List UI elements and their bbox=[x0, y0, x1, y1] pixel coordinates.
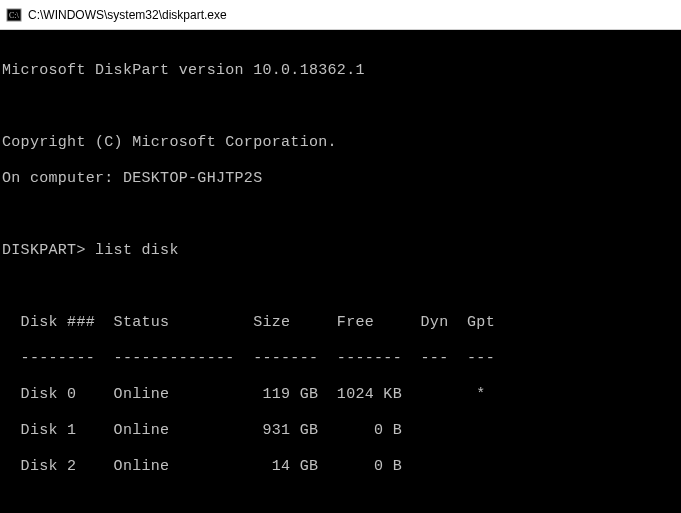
prompt-list-disk: DISKPART> list disk bbox=[2, 242, 679, 260]
table-row: Disk 2 Online 14 GB 0 B bbox=[2, 458, 679, 476]
blank-line bbox=[2, 494, 679, 512]
blank-line bbox=[2, 206, 679, 224]
computer-line: On computer: DESKTOP-GHJTP2S bbox=[2, 170, 679, 188]
blank-line bbox=[2, 278, 679, 296]
blank-line bbox=[2, 98, 679, 116]
terminal-body[interactable]: Microsoft DiskPart version 10.0.18362.1 … bbox=[0, 30, 681, 513]
table-header: Disk ### Status Size Free Dyn Gpt bbox=[2, 314, 679, 332]
svg-text:C:\: C:\ bbox=[9, 11, 20, 20]
window-title-bar[interactable]: C:\ C:\WINDOWS\system32\diskpart.exe bbox=[0, 0, 681, 30]
window-title: C:\WINDOWS\system32\diskpart.exe bbox=[28, 8, 227, 22]
table-separator: -------- ------------- ------- ------- -… bbox=[2, 350, 679, 368]
version-line: Microsoft DiskPart version 10.0.18362.1 bbox=[2, 62, 679, 80]
table-row: Disk 0 Online 119 GB 1024 KB * bbox=[2, 386, 679, 404]
copyright-line: Copyright (C) Microsoft Corporation. bbox=[2, 134, 679, 152]
table-row: Disk 1 Online 931 GB 0 B bbox=[2, 422, 679, 440]
cmd-icon: C:\ bbox=[6, 7, 22, 23]
